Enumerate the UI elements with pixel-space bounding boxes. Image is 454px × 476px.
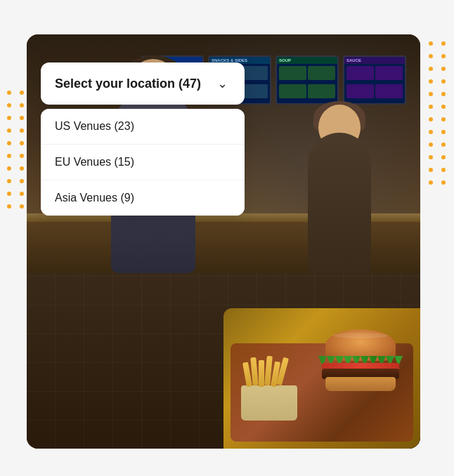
dropdown-item-eu-venues[interactable]: EU Venues (15) (41, 145, 245, 180)
menu-board-soup: SOUP (275, 55, 339, 105)
chevron-down-icon: ⌄ (214, 75, 231, 92)
fries (234, 364, 304, 421)
menu-board-sauce: SAUCE (343, 55, 406, 105)
person-secondary (301, 119, 378, 273)
food-photo (223, 308, 420, 449)
dropdown-item-asia-venues[interactable]: Asia Venues (9) (41, 180, 245, 216)
dropdown-trigger[interactable]: Select your location (47) ⌄ (41, 62, 245, 105)
location-dropdown[interactable]: Select your location (47) ⌄ US Venues (2… (41, 62, 245, 216)
dots-left-decoration (7, 91, 27, 211)
burger (315, 329, 406, 406)
dropdown-item-us-venues[interactable]: US Venues (23) (41, 109, 245, 145)
dropdown-menu: US Venues (23) EU Venues (15) Asia Venue… (41, 109, 245, 216)
main-scene: // Will render via JS below BURGERS (20, 20, 434, 456)
dropdown-trigger-label: Select your location (47) (55, 77, 201, 91)
